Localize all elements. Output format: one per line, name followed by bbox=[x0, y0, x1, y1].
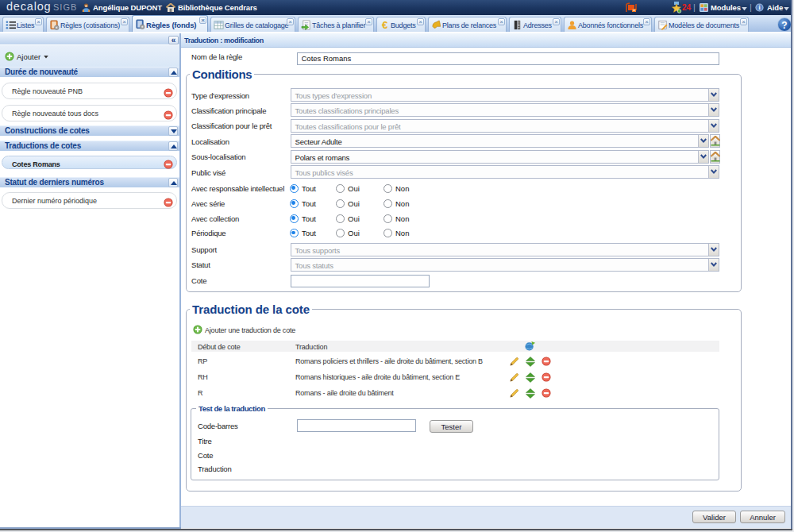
svg-text:€: € bbox=[382, 20, 387, 30]
svg-text:i: i bbox=[758, 4, 760, 11]
